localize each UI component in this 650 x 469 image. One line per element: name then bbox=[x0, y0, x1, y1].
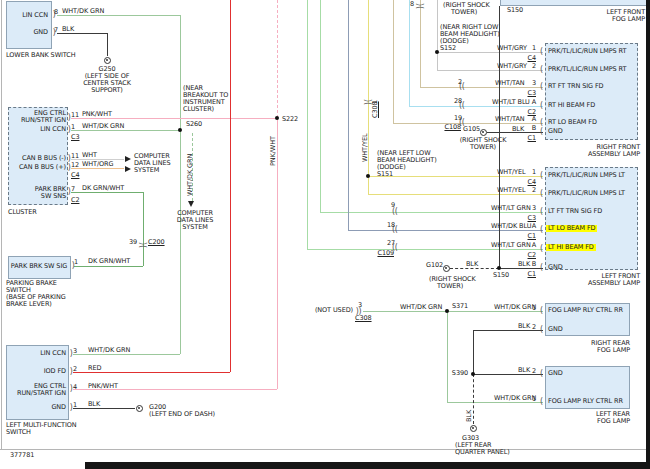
label-lt-ft-trn-sig-fd: LT FT TRN SIG FD bbox=[548, 208, 602, 215]
wire-fr-48 bbox=[0, 449, 646, 450]
label-blk: BLK bbox=[518, 367, 530, 374]
label-gnd: GND bbox=[548, 264, 563, 271]
connector-11: ) bbox=[69, 404, 72, 412]
wire-tn-33 bbox=[420, 87, 543, 88]
connector-14: ( bbox=[539, 83, 542, 91]
label-rt-hi-beam-fd: RT HI BEAM FD bbox=[548, 102, 595, 109]
connector-2: ) bbox=[67, 114, 70, 122]
connector-22: ( bbox=[539, 245, 542, 253]
label-3: 3 bbox=[73, 348, 77, 355]
wire-bk-6 bbox=[107, 33, 108, 56]
label-2: 2 bbox=[532, 324, 536, 331]
label-quarter-panel: QUARTER PANEL) bbox=[455, 449, 510, 456]
label-gnd: GND bbox=[548, 370, 563, 377]
wire-yl-27 bbox=[368, 194, 543, 195]
label-pnk-wht: PNK/WHT bbox=[82, 111, 112, 118]
connector-13: ( bbox=[539, 66, 542, 74]
wire-db-23 bbox=[348, 0, 349, 230]
label-12: 12 bbox=[71, 162, 79, 169]
wire-lb-31 bbox=[409, 106, 543, 107]
connector-25: ( bbox=[539, 326, 542, 334]
label-c1: C1 bbox=[528, 135, 536, 142]
label-2: 2 bbox=[532, 368, 536, 375]
label-assembly-lamp: ASSEMBLY LAMP bbox=[588, 151, 640, 158]
label-park-brk-sw-sig: PARK BRK SW SIG bbox=[11, 263, 67, 270]
label-wht: WHT bbox=[82, 152, 97, 159]
label-3: 3 bbox=[358, 302, 362, 309]
label-gnd: GND bbox=[51, 404, 66, 411]
label-a: A bbox=[532, 99, 536, 106]
splice-S152 bbox=[435, 50, 439, 54]
label-prk-tl-lic-run-lmps-lt: PRK/TL/LIC/RUN LMPS LT bbox=[548, 172, 625, 179]
label-c308: C308 bbox=[355, 315, 372, 322]
label-1: 1 bbox=[532, 305, 536, 312]
connector-8: ) bbox=[69, 350, 72, 358]
label-c2: C2 bbox=[71, 197, 79, 204]
label-s222: S222 bbox=[282, 116, 298, 123]
ground-G105 bbox=[480, 129, 487, 136]
wire-rd-16 bbox=[73, 372, 230, 373]
wire-g1-0 bbox=[57, 15, 180, 16]
wire-db-24 bbox=[348, 230, 543, 231]
label-fog-lamp: FOG LAMP bbox=[612, 16, 645, 23]
label-gnd: GND bbox=[33, 29, 48, 36]
wire-lg-19 bbox=[307, 0, 308, 249]
arrow-down-icon bbox=[188, 201, 194, 207]
label-assembly-lamp: ASSEMBLY LAMP bbox=[588, 280, 640, 287]
label-wht-dk-blu: WHT/DK BLU bbox=[491, 223, 531, 230]
lower-bank-switch bbox=[6, 1, 52, 49]
label-wht-lt-grn: WHT/LT GRN bbox=[491, 205, 531, 212]
wire-gy-36 bbox=[437, 70, 543, 71]
label-can-b-bus: CAN B BUS (-) bbox=[22, 155, 66, 162]
label-lin-ccn: LIN CCN bbox=[40, 350, 66, 357]
right-window-bar bbox=[646, 0, 650, 469]
label-wht-lt-blu: WHT/LT BLU bbox=[492, 99, 530, 106]
label-a: A bbox=[532, 242, 536, 249]
label-rt-ft-trn-sig-fd: RT FT TRN SIG FD bbox=[548, 83, 603, 90]
wire-tn-32 bbox=[420, 0, 421, 87]
label-fog-lamp: FOG LAMP bbox=[597, 418, 630, 425]
ground-G303 bbox=[470, 425, 477, 432]
label-lower-bank-switch: LOWER BANK SWITCH bbox=[6, 52, 76, 59]
label-pnk-wht: PNK/WHT bbox=[88, 383, 118, 390]
wire-g1-42 bbox=[447, 311, 448, 402]
label-1: 1 bbox=[532, 169, 536, 176]
label-wht-dk-grn: WHT/DK GRN bbox=[187, 154, 194, 196]
label-c3: C3 bbox=[71, 134, 79, 141]
label-lin-ccn: LIN CCN bbox=[22, 12, 48, 19]
label-wht-dk-grn: WHT/DK GRN bbox=[400, 304, 442, 311]
label-prk-tl-lic-run-lmps-rt: PRK/TL/LIC/RUN LMPS RT bbox=[548, 48, 626, 55]
label-red: RED bbox=[88, 365, 101, 372]
label-2: 2 bbox=[73, 366, 77, 373]
label-fog-lamp-rly-ctrl-rr: FOG LAMP RLY CTRL RR bbox=[548, 398, 623, 405]
label-c108: C108 bbox=[444, 124, 461, 131]
label-not-used: (NOT USED) bbox=[315, 307, 353, 314]
label-wht-gry: WHT/GRY bbox=[497, 45, 527, 52]
connector-5: ) bbox=[67, 164, 70, 172]
label-2: 2 bbox=[532, 63, 536, 70]
wire-pk-7 bbox=[71, 118, 277, 119]
label-1: 1 bbox=[71, 124, 75, 131]
wire-bk-40 bbox=[499, 268, 543, 269]
label-c109: C109 bbox=[377, 250, 394, 257]
connector-12: ( bbox=[539, 48, 542, 56]
label-c4: C4 bbox=[528, 179, 536, 186]
label-blk: BLK bbox=[466, 261, 478, 268]
ground-G200 bbox=[136, 405, 143, 412]
label-s150: S150 bbox=[507, 7, 523, 14]
wire-yl-26 bbox=[368, 176, 543, 177]
label-8: 8 bbox=[410, 1, 414, 8]
wire-g1-41 bbox=[363, 311, 543, 312]
connector-10: ) bbox=[69, 385, 72, 393]
wire-lg-20 bbox=[307, 249, 543, 250]
label-c4: C4 bbox=[528, 55, 536, 62]
wire-rd-17 bbox=[230, 0, 231, 372]
label-blk: BLK bbox=[62, 26, 74, 33]
label-11: 11 bbox=[71, 153, 79, 160]
wiring-diagram-page: ))))))))))))((((((((((((((((((((((((((((… bbox=[0, 0, 650, 469]
label-gnd: GND bbox=[548, 128, 563, 135]
label-wht-org: WHT/ORG bbox=[82, 161, 113, 168]
connector-34: )( bbox=[138, 241, 146, 247]
label-left-end-of-dash: (LEFT END OF DASH) bbox=[149, 411, 215, 418]
label-wht-dk-grn: WHT/DK GRN bbox=[494, 395, 536, 402]
